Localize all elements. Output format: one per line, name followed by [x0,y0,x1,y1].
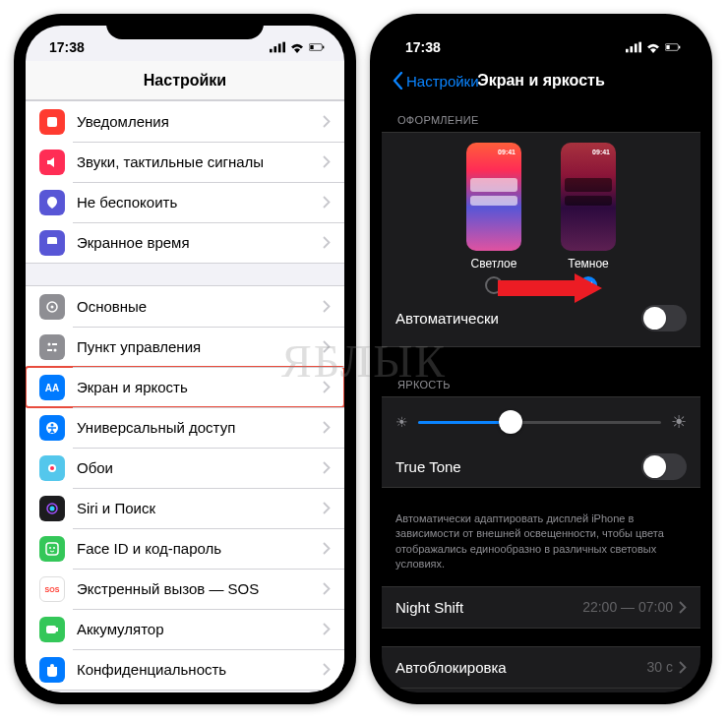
truetone-toggle[interactable] [641,453,687,480]
display-settings-content[interactable]: ОФОРМЛЕНИЕ 09:41 Светлое 09:41 [382,100,700,692]
phone-left: 17:38 Настройки УведомленияЗвуки, тактил… [14,14,356,704]
settings-row-access[interactable]: Универсальный доступ [26,407,344,448]
dnd-icon [39,190,65,215]
settings-row-screentime[interactable]: Экранное время [26,222,344,263]
svg-point-25 [53,547,55,549]
row-label: Пункт управления [77,338,201,355]
settings-row-battery[interactable]: Аккумулятор [26,609,344,649]
svg-rect-36 [635,43,637,52]
chevron-right-icon [323,582,331,595]
privacy-icon [39,657,65,683]
sun-small-icon: ☀ [395,414,408,430]
automatic-row[interactable]: Автоматически [382,298,700,338]
light-preview-thumb: 09:41 [466,143,521,251]
disclosure [323,155,331,168]
disclosure [323,340,331,353]
nightshift-row[interactable]: Night Shift 22:00 — 07:00 [382,587,700,628]
chevron-right-icon [679,661,687,674]
svg-rect-34 [626,49,629,53]
row-label: Обои [77,459,113,476]
row-label: Конфиденциальность [77,661,226,678]
row-label: Основные [77,298,147,315]
brightness-slider[interactable] [418,421,661,424]
disclosure [323,300,331,313]
chevron-right-icon [323,421,331,434]
automatic-toggle[interactable] [641,305,687,331]
settings-row-sos[interactable]: SOSЭкстренный вызов — SOS [26,569,344,609]
settings-row-display[interactable]: AAЭкран и яркость [26,367,344,407]
settings-row-control[interactable]: Пункт управления [26,327,344,367]
wallpaper-icon [39,455,65,481]
page-title: Настройки [144,72,226,90]
settings-row-siri[interactable]: Siri и Поиск [26,488,344,528]
status-time: 17:38 [49,39,85,55]
row-label: Аккумулятор [77,621,164,637]
svg-text:AA: AA [45,383,59,393]
svg-point-12 [48,342,51,345]
disclosure [323,196,331,209]
status-time: 17:38 [405,39,441,55]
phone-right: 17:38 Настройки Экран и яркость ОФОРМЛЕН… [370,14,712,704]
nav-bar: Настройки [26,61,344,100]
back-button[interactable]: Настройки [392,72,479,90]
settings-row-sounds[interactable]: Звуки, тактильные сигналы [26,142,344,182]
settings-row-wallpaper[interactable]: Обои [26,448,344,488]
settings-row-privacy[interactable]: Конфиденциальность [26,649,344,690]
truetone-row[interactable]: True Tone [382,447,700,487]
svg-text:SOS: SOS [45,586,60,593]
chevron-right-icon [323,461,331,474]
appearance-light[interactable]: 09:41 Светлое [466,143,521,294]
wifi-icon [645,41,661,53]
row-label: Звуки, тактильные сигналы [77,153,264,170]
appearance-dark[interactable]: 09:41 Темное [561,143,616,294]
settings-row-faceid[interactable]: Face ID и код-пароль [26,528,344,569]
svg-rect-7 [47,117,57,127]
light-radio[interactable] [485,276,503,294]
dark-radio[interactable] [579,276,597,294]
automatic-label: Автоматически [395,310,499,327]
disclosure [323,381,331,393]
access-icon [39,415,65,441]
nav-bar: Настройки Экран и яркость [382,61,700,100]
disclosure [323,623,331,635]
brightness-header: ЯРКОСТЬ [382,365,700,396]
row-label: Уведомления [77,113,169,130]
settings-screen: 17:38 Настройки УведомленияЗвуки, тактил… [26,26,344,692]
truetone-note: Автоматически адаптировать дисплей iPhon… [382,506,700,586]
battery-icon [665,41,681,53]
settings-row-general[interactable]: Основные [26,286,344,327]
truetone-label: True Tone [395,458,461,475]
battery-icon [309,41,325,53]
settings-list[interactable]: УведомленияЗвуки, тактильные сигналыНе б… [26,100,344,692]
appearance-previews: 09:41 Светлое 09:41 Темное [382,133,700,298]
chevron-right-icon [323,623,331,635]
battery-icon [39,617,65,642]
svg-rect-5 [310,45,313,49]
chevron-right-icon [679,601,687,614]
svg-rect-37 [638,42,641,53]
settings-row-dnd[interactable]: Не беспокоить [26,182,344,222]
display-icon: AA [39,375,65,400]
brightness-slider-row[interactable]: ☀ ☀ [382,397,700,447]
svg-rect-2 [278,43,281,52]
disclosure [323,421,331,434]
autolock-row[interactable]: Автоблокировка 30 с [382,647,700,688]
chevron-right-icon [323,381,331,393]
status-icons [626,41,681,53]
notifications-icon [39,109,65,135]
status-icons [270,41,325,53]
signal-icon [626,41,641,53]
chevron-right-icon [323,340,331,353]
svg-rect-40 [679,46,680,49]
row-label: Экран и яркость [77,379,188,395]
settings-row-notifications[interactable]: Уведомления [26,101,344,142]
disclosure [323,461,331,474]
row-label: Экранное время [77,234,190,251]
nightshift-value: 22:00 — 07:00 [582,599,673,615]
wifi-icon [289,41,305,53]
raise-to-wake-row[interactable]: Поднятие для активации [382,688,700,692]
control-icon [39,334,65,360]
sun-large-icon: ☀ [671,411,687,433]
svg-rect-39 [666,45,669,49]
svg-rect-3 [282,42,285,53]
